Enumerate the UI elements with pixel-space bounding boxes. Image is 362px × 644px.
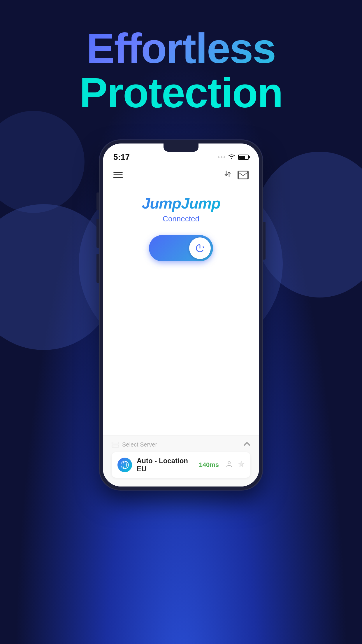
hamburger-line-1 (113, 172, 123, 173)
headline-line1: Effortless (0, 26, 362, 71)
server-list-icon (112, 442, 119, 448)
svg-rect-0 (238, 171, 248, 179)
power-toggle[interactable] (149, 235, 213, 261)
battery-fill (239, 156, 245, 159)
phone-mockup: 5:17 (99, 140, 263, 490)
server-ping: 140ms (199, 461, 219, 469)
mail-icon[interactable] (238, 171, 249, 179)
signal-dot-3 (224, 156, 225, 158)
app-logo-section: JumpJump Connected (103, 186, 259, 226)
side-button-power (263, 222, 266, 260)
app-header (103, 164, 259, 186)
svg-point-5 (113, 442, 113, 443)
signal-dot-1 (218, 156, 219, 158)
app-logo: JumpJump (103, 195, 259, 212)
phone-outer: 5:17 (99, 140, 263, 490)
server-globe-icon (117, 458, 132, 472)
battery-icon (238, 155, 249, 160)
side-button-mute (96, 192, 99, 210)
power-icon (195, 243, 205, 253)
hamburger-menu-button[interactable] (113, 172, 123, 178)
hamburger-line-2 (113, 174, 123, 175)
side-button-volume-up (96, 219, 99, 248)
phone-notch (164, 144, 198, 152)
status-time: 5:17 (113, 153, 130, 162)
wifi-icon (228, 153, 235, 161)
app-status: Connected (103, 214, 259, 223)
header-right-icons (224, 170, 249, 180)
signal-icon (218, 156, 225, 158)
hamburger-line-3 (113, 177, 123, 178)
headline-line2: Protection (0, 71, 362, 115)
status-icons (218, 153, 249, 161)
chevron-up-icon[interactable] (243, 441, 250, 448)
transfer-icon[interactable] (224, 170, 232, 180)
toggle-section (103, 226, 259, 267)
server-person-icon (226, 461, 232, 469)
select-server-label: Select Server (112, 441, 250, 448)
bottom-panel: Select Server (103, 435, 259, 487)
svg-point-12 (228, 462, 230, 464)
server-item[interactable]: Auto - Location EU 140ms (112, 452, 250, 478)
main-content-area (103, 267, 259, 384)
signal-dot-2 (221, 156, 222, 158)
svg-point-6 (113, 446, 113, 447)
toggle-thumb (189, 237, 211, 259)
side-button-volume-down (96, 254, 99, 283)
server-star-icon (238, 461, 245, 469)
phone-screen: 5:17 (103, 144, 259, 487)
server-name: Auto - Location EU (137, 457, 194, 473)
select-server-text: Select Server (122, 441, 157, 448)
headline: Effortless Protection (0, 26, 362, 115)
